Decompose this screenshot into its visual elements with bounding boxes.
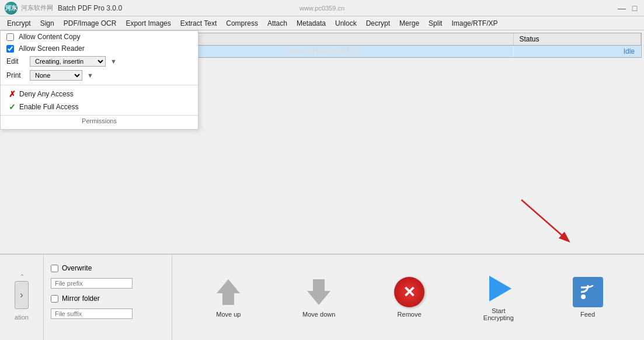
- menu-attach[interactable]: Attach: [263, 18, 292, 29]
- col-status: Status: [513, 33, 641, 46]
- feed-label: Feed: [580, 311, 595, 318]
- allow-content-copy-checkbox[interactable]: [6, 33, 14, 41]
- app-logo: 河东 河东软件网: [5, 2, 53, 15]
- deny-icon: ✗: [9, 89, 16, 99]
- move-up-icon: [213, 277, 243, 307]
- file-prefix-input[interactable]: [51, 278, 133, 289]
- move-up-label: Move up: [216, 311, 241, 318]
- menu-extract-text[interactable]: Extract Text: [176, 18, 221, 29]
- cell-status: Idle: [513, 46, 641, 58]
- logo-text: 河东软件网: [21, 4, 53, 12]
- permissions-panel: Allow Content Copy Allow Screen Reader E…: [0, 30, 199, 130]
- logo-icon: 河东: [5, 2, 18, 15]
- action-buttons-section: Move up Move down ✕ Remove Start Encrypt…: [172, 255, 644, 340]
- move-up-svg: [214, 277, 242, 307]
- enable-full-access-item[interactable]: ✓ Enable Full Access: [1, 100, 198, 113]
- options-panel: Overwrite Mirror folder: [44, 255, 172, 340]
- maximize-button[interactable]: □: [630, 4, 639, 13]
- play-triangle: [489, 276, 511, 301]
- print-select[interactable]: None: [30, 70, 82, 81]
- feed-icon: [573, 277, 603, 307]
- menu-metadata[interactable]: Metadata: [292, 18, 330, 29]
- menu-encrypt[interactable]: Encrypt: [2, 18, 36, 29]
- print-label: Print: [6, 71, 25, 79]
- deny-any-access-item[interactable]: ✗ Deny Any Access: [1, 88, 198, 100]
- mirror-folder-row: Mirror folder: [51, 294, 165, 303]
- menu-export-images[interactable]: Export Images: [121, 18, 175, 29]
- start-encrypting-icon: [483, 273, 514, 304]
- overwrite-checkbox[interactable]: [51, 265, 58, 272]
- title-controls: — □: [617, 4, 639, 13]
- deny-any-access-label: Deny Any Access: [19, 90, 74, 98]
- overwrite-row: Overwrite: [51, 264, 165, 272]
- nav-panel: › › ation: [0, 255, 44, 340]
- allow-screen-reader-row: Allow Screen Reader: [1, 43, 198, 54]
- move-down-svg: [305, 277, 333, 307]
- start-encrypting-button[interactable]: Start Encrypting: [483, 273, 514, 321]
- edit-row: Edit Creating, insertin ▼: [1, 54, 198, 68]
- menu-split[interactable]: Split: [424, 18, 447, 29]
- bottom-toolbar: › › ation Overwrite Mirror folder Move u…: [0, 254, 644, 340]
- menu-merge[interactable]: Merge: [395, 18, 424, 29]
- start-encrypting-label: Start Encrypting: [483, 307, 514, 321]
- nav-label: ›: [18, 274, 25, 276]
- overwrite-label: Overwrite: [62, 264, 92, 272]
- svg-marker-3: [307, 279, 330, 305]
- remove-icon: ✕: [394, 277, 424, 307]
- feed-svg: [579, 283, 597, 301]
- allow-screen-reader-label: Allow Screen Reader: [19, 44, 85, 53]
- menu-compress[interactable]: Compress: [221, 18, 263, 29]
- allow-screen-reader-checkbox[interactable]: [6, 45, 14, 53]
- enable-icon: ✓: [9, 102, 16, 112]
- menu-decrypt[interactable]: Decrypt: [361, 18, 395, 29]
- allow-content-copy-row: Allow Content Copy: [1, 31, 198, 43]
- edit-dropdown-arrow: ▼: [110, 58, 117, 65]
- menu-unlock[interactable]: Unlock: [330, 18, 361, 29]
- nav-arrow-button[interactable]: ›: [15, 281, 29, 309]
- move-down-icon: [304, 277, 334, 307]
- edit-label: Edit: [6, 57, 25, 65]
- watermark-logo: www.pc0359.cn: [300, 5, 344, 12]
- remove-button[interactable]: ✕ Remove: [394, 277, 424, 318]
- menu-image-rtf[interactable]: Image/RTF/XP: [447, 18, 502, 29]
- permissions-section-label: Permissions: [1, 115, 198, 126]
- edit-select[interactable]: Creating, insertin: [30, 56, 106, 67]
- file-suffix-input[interactable]: [51, 308, 133, 319]
- minimize-button[interactable]: —: [617, 4, 626, 13]
- svg-line-1: [521, 200, 568, 241]
- mirror-folder-label: Mirror folder: [62, 294, 100, 303]
- feed-button[interactable]: Feed: [573, 277, 603, 318]
- allow-content-copy-label: Allow Content Copy: [19, 33, 80, 41]
- print-dropdown-arrow: ▼: [87, 72, 93, 79]
- title-bar: 河东 河东软件网 Batch PDF Pro 3.0.0 www.pc0359.…: [0, 0, 644, 16]
- move-down-button[interactable]: Move down: [302, 277, 335, 318]
- red-arrow-annotation: [504, 188, 586, 258]
- svg-marker-2: [217, 279, 240, 305]
- move-up-button[interactable]: Move up: [213, 277, 243, 318]
- app-title: Batch PDF Pro 3.0.0: [58, 4, 122, 12]
- move-down-label: Move down: [302, 311, 335, 318]
- enable-full-access-label: Enable Full Access: [19, 103, 78, 111]
- menu-pdf-image-ocr[interactable]: PDF/Image OCR: [59, 18, 121, 29]
- menu-bar: Encrypt Sign PDF/Image OCR Export Images…: [0, 16, 644, 30]
- svg-point-4: [581, 294, 586, 299]
- print-row: Print None ▼: [1, 68, 198, 82]
- mirror-folder-checkbox[interactable]: [51, 295, 58, 303]
- nav-station-label: ation: [15, 314, 29, 321]
- remove-label: Remove: [398, 311, 422, 318]
- menu-sign[interactable]: Sign: [36, 18, 59, 29]
